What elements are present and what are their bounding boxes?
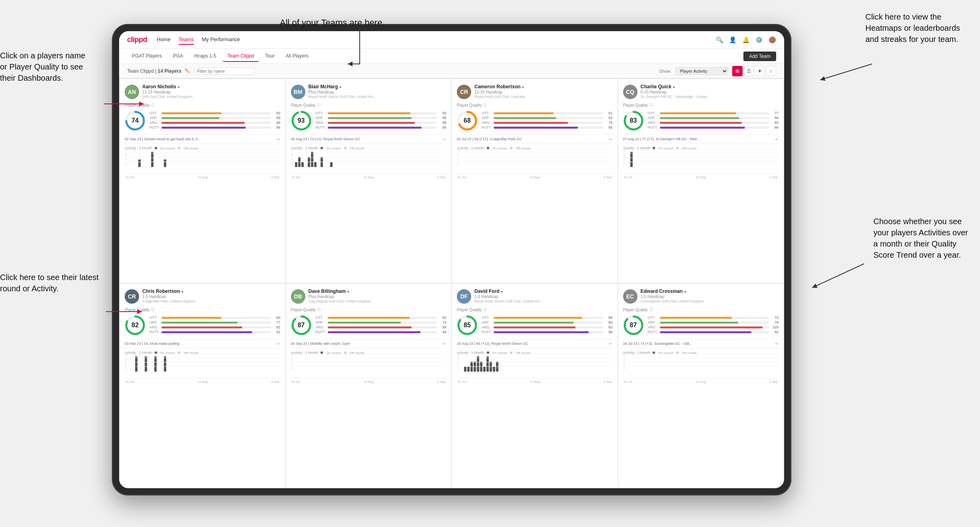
nav-my-performance[interactable]: My Performance	[202, 35, 240, 45]
team-name-label: Team Clippd | 14 Players	[127, 68, 181, 74]
avatar[interactable]: EC	[623, 289, 637, 304]
player-club: Craigmillar Park, United Kingdom	[142, 299, 195, 304]
settings-icon[interactable]: ⚙️	[755, 36, 763, 44]
donut-chart[interactable]: 85	[457, 315, 478, 336]
latest-round-text: 18 Jul 23 | 74 (+3), Sunningdale GC - Ol…	[623, 342, 774, 346]
player-info: Charlie Quick ● 6-10 Handicap St. George…	[641, 84, 710, 99]
player-club: Royal North Devon Golf Club, United Kin.…	[309, 95, 376, 99]
latest-round[interactable]: 04 Sep 23 | Mobility with coach, Gym →	[291, 339, 447, 348]
chart-label-start: 31 Jul	[458, 175, 466, 179]
latest-round[interactable]: 26 Aug 23 | 84 (+12), Royal North Devon …	[457, 339, 613, 348]
edit-icon[interactable]: ✏️	[185, 68, 190, 74]
latest-round[interactable]: 02 Jul 23 | 59 (+17), Craigmillar Park G…	[457, 134, 613, 144]
avatar[interactable]: DB	[291, 289, 305, 304]
round-arrow-icon: →	[608, 136, 613, 142]
player-name[interactable]: Edward Crossman ●	[641, 288, 704, 294]
donut-chart[interactable]: 93	[291, 110, 312, 131]
filter-view-button[interactable]: ▼	[755, 66, 765, 76]
nav-logo[interactable]: clippd	[127, 36, 147, 44]
player-name[interactable]: Chris Robertson ●	[142, 288, 195, 294]
avatar[interactable]: DF	[457, 289, 471, 304]
avatar[interactable]: BM	[291, 85, 305, 99]
chart-label-end: 4 Sep	[437, 175, 446, 179]
donut-chart[interactable]: 83	[623, 110, 644, 131]
quality-label: Player Quality ⓘ	[457, 103, 613, 108]
donut-chart[interactable]: 87	[291, 315, 312, 336]
player-name[interactable]: Blair McHarg ●	[309, 84, 376, 89]
chart-label-mid: 21 Aug	[198, 380, 208, 384]
quality-score: 85	[464, 322, 471, 329]
player-name[interactable]: Charlie Quick ●	[641, 84, 710, 89]
user-icon[interactable]: 👤	[729, 36, 737, 44]
bell-icon[interactable]: 🔔	[742, 36, 750, 44]
stat-putt: PUTT 91	[149, 330, 281, 334]
avatar[interactable]: CR	[125, 289, 139, 304]
chart-label-start: 31 Jul	[624, 175, 632, 179]
player-name[interactable]: David Ford ●	[474, 288, 542, 294]
chart-label-mid: 21 Aug	[198, 175, 208, 179]
tab-hcaps[interactable]: Hcaps 1-5	[189, 51, 221, 62]
chart-label-start: 31 Jul	[292, 175, 300, 179]
chart-label-start: 31 Jul	[125, 175, 134, 179]
donut-chart[interactable]: 68	[457, 110, 478, 131]
latest-round[interactable]: 03 Mar 23 | 19, Must make putting →	[125, 339, 281, 348]
tab-all-players[interactable]: All Players	[281, 51, 313, 62]
player-header: DF David Ford ● 1-5 Handicap Royal North…	[457, 288, 613, 304]
avatar[interactable]: AN	[125, 85, 139, 99]
nav-home[interactable]: Home	[157, 35, 171, 45]
round-arrow-icon: →	[276, 136, 281, 142]
tab-tour[interactable]: Tour	[261, 51, 279, 62]
add-team-button[interactable]: Add Team	[743, 52, 776, 61]
tab-team-clippd[interactable]: Team Clippd	[223, 51, 259, 62]
latest-round[interactable]: 07 Aug 23 | 77 (+7), St George's Hill GC…	[623, 134, 779, 144]
annotation-heatmaps-arrow	[808, 64, 888, 96]
chart-label-mid: 21 Aug	[364, 175, 374, 179]
avatar[interactable]: CQ	[623, 85, 637, 99]
nav-teams[interactable]: Teams	[179, 35, 194, 45]
stat-arg: ARG 81	[149, 325, 281, 329]
quality-score: 87	[298, 322, 305, 329]
donut-chart[interactable]: 74	[125, 110, 145, 131]
player-name[interactable]: Dave Billingham ●	[309, 288, 371, 294]
player-card: BM Blair McHarg ● Plus Handicap Royal No…	[286, 79, 452, 283]
latest-round[interactable]: 18 Jul 23 | 74 (+3), Sunningdale GC - Ol…	[623, 339, 779, 348]
player-club: Sug Maging Golf Club, United Kingdom	[309, 299, 371, 304]
latest-round-text: 03 Mar 23 | 19, Must make putting	[125, 342, 276, 346]
list-view-button[interactable]: ☰	[743, 66, 754, 76]
show-select[interactable]: Player Activity Quality Score Trend	[675, 67, 728, 75]
player-club: Drift Golf Club, United Kingdom	[142, 95, 193, 99]
latest-round[interactable]: 02 Sep 23 | Sunset round to get back int…	[125, 134, 281, 144]
round-arrow-icon: →	[774, 136, 779, 142]
tab-pga[interactable]: PGA	[168, 51, 188, 62]
player-header: BM Blair McHarg ● Plus Handicap Royal No…	[291, 84, 447, 99]
latest-round-text: 04 Sep 23 | Mobility with coach, Gym	[291, 342, 442, 346]
search-icon[interactable]: 🔍	[716, 36, 723, 44]
player-name[interactable]: Cameron Robertson ●	[474, 84, 525, 89]
stats-bars: OTT 61 APP 63 ARG 75 PUTT 85	[482, 111, 613, 130]
sort-view-button[interactable]: ↕	[766, 66, 776, 76]
latest-round[interactable]: 26 Aug 23 | 73 (+1), Royal North Devon G…	[291, 134, 447, 144]
player-name[interactable]: Aaron Nicholls ●	[142, 84, 193, 89]
avatar[interactable]: CR	[457, 85, 471, 99]
activity-section: Activity · 1 Month On course Off course …	[623, 351, 779, 378]
chart-area: 4321 31 Jul 21 Aug 4 Sep	[457, 356, 613, 378]
chart-label-mid: 21 Aug	[530, 175, 540, 179]
player-info: Dave Billingham ● Plus Handicap Sug Magi…	[309, 288, 371, 304]
stats-bars: OTT 82 APP 74 ARG 85 PUTT 94	[316, 316, 447, 335]
tab-pgat[interactable]: PGAT Players	[127, 51, 167, 62]
avatar-icon[interactable]: 🟤	[769, 36, 776, 44]
donut-chart[interactable]: 87	[623, 315, 644, 336]
activity-section: Activity · 1 Month On course Off course …	[457, 146, 613, 174]
activity-section: Activity · 1 Month On course Off course …	[125, 351, 281, 378]
stat-ott: OTT 84	[316, 111, 447, 115]
stat-arg: ARG 83	[482, 325, 613, 329]
filter-input[interactable]	[193, 68, 256, 75]
stats-bars: OTT 89 APP 80 ARG 83 PUTT 96	[482, 316, 613, 335]
stat-arg: ARG 75	[482, 121, 613, 125]
donut-chart[interactable]: 82	[125, 315, 145, 336]
player-club: Royal North Devon Golf Club, United Kni.…	[474, 299, 542, 304]
player-info: Blair McHarg ● Plus Handicap Royal North…	[309, 84, 376, 99]
stat-putt: PUTT 96	[482, 330, 613, 334]
grid-view-button[interactable]: ⊞	[732, 66, 743, 76]
quality-label: Player Quality ⓘ	[457, 307, 613, 312]
